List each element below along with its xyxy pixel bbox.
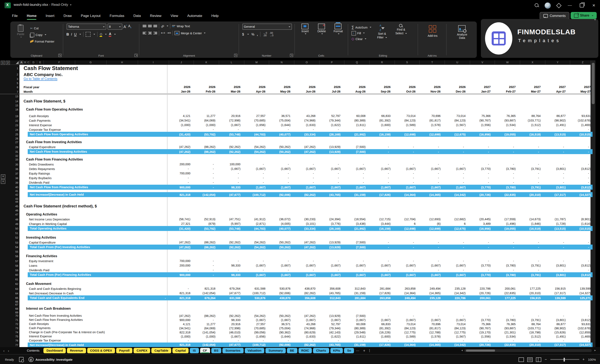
row-label[interactable]: Net Cash Flow from Investing Activities [29, 314, 82, 318]
cell-S48[interactable]: (12,704) [392, 217, 417, 221]
cell-P64[interactable]: (43,765) [317, 291, 342, 295]
cell-M65[interactable]: 530,876 [242, 295, 267, 300]
cell-Y73[interactable]: (98,902) [542, 326, 567, 330]
cell-J75[interactable]: (1,000) [167, 334, 192, 338]
pre-value-cell[interactable]: - [156, 295, 166, 300]
column-header-J[interactable]: J [169, 60, 194, 64]
cell-U60[interactable]: (1,667) [442, 272, 467, 277]
cell-N25[interactable]: (40,077) [267, 132, 292, 137]
cell-S40[interactable]: (1,667) [392, 185, 417, 190]
cell-W74[interactable]: (21,301) [492, 330, 517, 334]
column-header-T[interactable]: T [420, 60, 445, 64]
wrap-text-button[interactable]: Wrap Text [172, 24, 190, 28]
cell-W73[interactable]: (93,887) [492, 326, 517, 330]
read-only-badge[interactable]: Read-Only [51, 2, 68, 7]
more-sheets-button[interactable]: ⋯ [354, 348, 361, 353]
row-number-65[interactable]: 65 [15, 296, 18, 299]
cell-N31[interactable]: (50,262) [267, 149, 292, 154]
cell-J35[interactable]: 200,000 [167, 162, 192, 166]
row-number-44[interactable]: 44 [15, 200, 18, 203]
cell-P77[interactable]: (43,765) [317, 343, 342, 347]
cell-Q42[interactable]: (31,159) [342, 192, 367, 197]
cell-X65[interactable]: 156,915 [517, 295, 542, 300]
cell-K49[interactable]: (879) [192, 221, 217, 226]
decrease-decimal-button[interactable]: .00→0 [270, 32, 273, 37]
upgrade-diamond-icon[interactable] [557, 3, 561, 8]
cell-S71[interactable]: (1,667) [392, 318, 417, 322]
row-number-52[interactable]: 52 [15, 236, 18, 239]
cell-U71[interactable]: (1,667) [442, 318, 467, 322]
column-header-G[interactable]: G [75, 60, 106, 64]
cell-P19[interactable]: 52,797 [317, 114, 342, 118]
cell-K65[interactable]: 679,264 [192, 295, 217, 300]
cell-T42[interactable]: (14,365) [417, 192, 442, 197]
row-number-22[interactable]: 22 [15, 119, 18, 122]
cell-O72[interactable]: 43,268 [292, 322, 317, 326]
cell-U42[interactable]: (14,342) [442, 192, 467, 197]
cell-M6[interactable]: 2026 [242, 85, 267, 89]
cell-M73[interactable]: (70,685) [242, 326, 267, 330]
cell-T53[interactable]: - [417, 240, 442, 245]
cell-J42[interactable]: 821,318 [167, 192, 192, 197]
cell-J73[interactable]: (34,541) [167, 326, 192, 330]
cell-R50[interactable]: (16,159) [367, 226, 392, 231]
cell-Y64[interactable]: (17,317) [542, 291, 567, 295]
cell-U57[interactable]: - [442, 259, 467, 263]
cell-N22[interactable]: (75,004) [267, 118, 292, 123]
row-label[interactable]: Interest Expense [29, 335, 52, 338]
cell-R6[interactable]: 2026 [367, 85, 392, 89]
row-number-72[interactable]: 72 [15, 322, 18, 325]
cell-W24[interactable]: - [492, 127, 517, 132]
cell-V70[interactable]: - [467, 314, 492, 318]
insert-cells-button[interactable]: Insert [298, 24, 312, 52]
cell-Q53[interactable]: (7,500) [342, 240, 367, 245]
cell-R22[interactable]: (81,392) [367, 118, 392, 123]
cell-Q73[interactable]: (80,389) [342, 326, 367, 330]
cell-N75[interactable]: (1,644) [267, 334, 292, 338]
cell-R57[interactable]: - [367, 259, 392, 263]
cell-K29[interactable]: (88,262) [192, 145, 217, 149]
cell-O38[interactable]: - [292, 176, 317, 180]
cell-Q19[interactable]: 60,008 [342, 114, 367, 118]
cell-V40[interactable]: (3,770) [467, 185, 492, 190]
cell-Z60[interactable]: (3,812) [567, 272, 592, 277]
accessibility-status[interactable]: Accessibility: Investigate [28, 357, 72, 362]
cell-S37[interactable]: - [392, 171, 417, 176]
cell-V39[interactable]: - [467, 180, 492, 185]
cell-S77[interactable]: (14,364) [392, 343, 417, 347]
row-label[interactable]: Change in Cash (Pre-Corporate Tax & Inte… [29, 330, 105, 334]
row-label[interactable]: Interest Expense [29, 123, 52, 127]
cell-T70[interactable]: - [417, 314, 442, 318]
cell-T58[interactable]: (1,667) [417, 263, 442, 268]
cell-Y76[interactable]: - [542, 338, 567, 343]
sheet-tab-contents[interactable]: Contents [24, 348, 42, 353]
cell-W53[interactable]: - [492, 240, 517, 245]
row-label[interactable]: Total Cash and Cash Equivalents End [30, 296, 84, 300]
row-number-64[interactable]: 64 [15, 292, 18, 295]
cell-N19[interactable]: 36,571 [267, 114, 292, 118]
number-dialog-launcher[interactable]: ↘ [290, 54, 293, 57]
column-header-P[interactable]: P [319, 60, 345, 64]
cell-P39[interactable]: - [317, 180, 342, 185]
sheet-tab-cogs-opex[interactable]: COGS & OPEX [87, 348, 115, 353]
sheet-tab-bs[interactable]: BS [211, 348, 221, 353]
cell-Y6[interactable]: 2027 [542, 85, 567, 89]
cell-T64[interactable]: (14,365) [417, 291, 442, 295]
cell-Z71[interactable]: (3,812) [567, 318, 592, 322]
cell-O64[interactable]: (82,262) [292, 291, 317, 295]
cell-S36[interactable]: (1,667) [392, 166, 417, 171]
cell-M25[interactable]: (44,783) [242, 132, 267, 137]
cell-R53[interactable]: - [367, 240, 392, 245]
cell-V65[interactable]: 200,061 [467, 295, 492, 300]
cell-Q23[interactable]: (1,611) [342, 123, 367, 127]
cell-Z35[interactable]: - [567, 162, 592, 166]
row-number-74[interactable]: 74 [15, 331, 18, 334]
cell-S53[interactable]: - [392, 240, 417, 245]
cell-S64[interactable]: (14,364) [392, 291, 417, 295]
page-break-view-button[interactable] [536, 357, 542, 362]
cell-R75[interactable]: (1,600) [367, 334, 392, 338]
cell-Y58[interactable]: (3,801) [542, 263, 567, 268]
cell-Q35[interactable]: - [342, 162, 367, 166]
cell-Y71[interactable]: (3,801) [542, 318, 567, 322]
paste-button[interactable]: Paste [14, 24, 28, 52]
